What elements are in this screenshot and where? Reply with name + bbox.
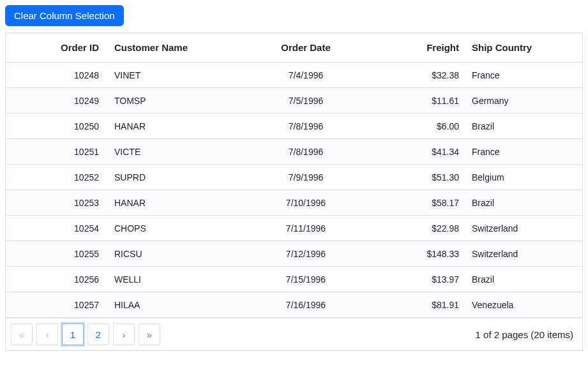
pager-first-button[interactable]: « — [11, 323, 33, 345]
cell-country: Belgium — [465, 166, 582, 189]
grid-body[interactable]: 10248VINET7/4/1996$32.38France10249TOMSP… — [6, 63, 582, 318]
cell-customer: HANAR — [108, 191, 236, 214]
table-row[interactable]: 10248VINET7/4/1996$32.38France — [6, 63, 582, 88]
cell-country: France — [465, 64, 582, 87]
cell-orderdate: 7/12/1996 — [236, 242, 376, 265]
cell-freight: $148.33 — [376, 242, 465, 265]
grid-header-row: Order ID Customer Name Order Date Freigh… — [6, 33, 582, 63]
cell-orderid: 10249 — [6, 89, 108, 112]
cell-country: Brazil — [465, 191, 582, 214]
cell-country: Brazil — [465, 268, 582, 291]
cell-customer: TOMSP — [108, 89, 236, 112]
cell-orderid: 10251 — [6, 140, 108, 163]
table-row[interactable]: 10254CHOPS7/11/1996$22.98Switzerland — [6, 216, 582, 241]
table-row[interactable]: 10252SUPRD7/9/1996$51.30Belgium — [6, 165, 582, 190]
column-header-freight[interactable]: Freight — [376, 33, 465, 62]
pager-page-1[interactable]: 1 — [62, 323, 84, 345]
cell-orderid: 10253 — [6, 191, 108, 214]
cell-orderdate: 7/8/1996 — [236, 115, 376, 138]
cell-country: Switzerland — [465, 242, 582, 265]
cell-orderid: 10255 — [6, 242, 108, 265]
cell-freight: $51.30 — [376, 166, 465, 189]
cell-freight: $22.98 — [376, 217, 465, 240]
column-header-customer[interactable]: Customer Name — [108, 33, 236, 62]
cell-customer: RICSU — [108, 242, 236, 265]
cell-freight: $6.00 — [376, 115, 465, 138]
table-row[interactable]: 10249TOMSP7/5/1996$11.61Germany — [6, 88, 582, 114]
cell-orderdate: 7/15/1996 — [236, 268, 376, 291]
cell-customer: VINET — [108, 64, 236, 87]
data-grid: Order ID Customer Name Order Date Freigh… — [5, 33, 583, 351]
cell-customer: HANAR — [108, 115, 236, 138]
cell-customer: CHOPS — [108, 217, 236, 240]
cell-orderid: 10252 — [6, 166, 108, 189]
cell-country: Switzerland — [465, 217, 582, 240]
pager: « ‹ 1 2 › » 1 of 2 pages (20 items) — [6, 318, 582, 350]
cell-country: Germany — [465, 89, 582, 112]
cell-customer: WELLI — [108, 268, 236, 291]
column-header-orderid[interactable]: Order ID — [6, 33, 108, 62]
cell-orderdate: 7/8/1996 — [236, 140, 376, 163]
cell-orderid: 10254 — [6, 217, 108, 240]
cell-country: France — [465, 140, 582, 163]
cell-orderdate: 7/10/1996 — [236, 191, 376, 214]
pager-next-button[interactable]: › — [113, 323, 135, 345]
cell-freight: $32.38 — [376, 64, 465, 87]
cell-customer: HILAA — [108, 293, 236, 316]
cell-customer: SUPRD — [108, 166, 236, 189]
column-header-country[interactable]: Ship Country — [465, 33, 572, 62]
cell-orderdate: 7/4/1996 — [236, 64, 376, 87]
cell-orderid: 10248 — [6, 64, 108, 87]
pager-list: « ‹ 1 2 › » — [11, 323, 160, 345]
table-row[interactable]: 10257HILAA7/16/1996$81.91Venezuela — [6, 292, 582, 318]
pager-page-2[interactable]: 2 — [87, 323, 109, 345]
pager-info-text: 1 of 2 pages (20 items) — [476, 329, 577, 340]
cell-country: Brazil — [465, 115, 582, 138]
cell-orderdate: 7/11/1996 — [236, 217, 376, 240]
pager-last-button[interactable]: » — [139, 323, 160, 345]
cell-orderid: 10257 — [6, 293, 108, 316]
cell-orderdate: 7/16/1996 — [236, 293, 376, 316]
cell-freight: $11.61 — [376, 89, 465, 112]
cell-customer: VICTE — [108, 140, 236, 163]
table-row[interactable]: 10251VICTE7/8/1996$41.34France — [6, 139, 582, 165]
table-row[interactable]: 10250HANAR7/8/1996$6.00Brazil — [6, 114, 582, 139]
table-row[interactable]: 10253HANAR7/10/1996$58.17Brazil — [6, 190, 582, 216]
cell-orderdate: 7/9/1996 — [236, 166, 376, 189]
cell-freight: $81.91 — [376, 293, 465, 316]
table-row[interactable]: 10255RICSU7/12/1996$148.33Switzerland — [6, 241, 582, 267]
clear-column-selection-button[interactable]: Clear Column Selection — [5, 5, 124, 26]
pager-prev-button[interactable]: ‹ — [36, 323, 58, 345]
table-row[interactable]: 10256WELLI7/15/1996$13.97Brazil — [6, 267, 582, 292]
cell-country: Venezuela — [465, 293, 582, 316]
cell-orderid: 10256 — [6, 268, 108, 291]
cell-orderid: 10250 — [6, 115, 108, 138]
cell-freight: $13.97 — [376, 268, 465, 291]
cell-orderdate: 7/5/1996 — [236, 89, 376, 112]
cell-freight: $41.34 — [376, 140, 465, 163]
cell-freight: $58.17 — [376, 191, 465, 214]
header-scroll-spacer — [572, 33, 582, 62]
column-header-orderdate[interactable]: Order Date — [236, 33, 376, 62]
